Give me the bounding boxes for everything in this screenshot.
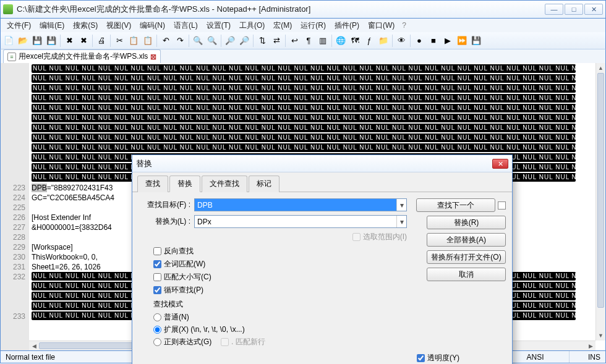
- scroll-left-arrow-icon[interactable]: ◀: [29, 341, 39, 350]
- minimize-button[interactable]: —: [545, 4, 563, 15]
- stop-macro-icon[interactable]: ■: [427, 34, 440, 48]
- dialog-tab-3[interactable]: 标记: [249, 176, 280, 192]
- print-icon[interactable]: 🖨: [95, 34, 108, 48]
- title-bar: C:\新建文件夹\用excel完成的文件批量命名-学WPS.xls - Note…: [0, 0, 606, 19]
- menu-item-2[interactable]: 搜索(S): [69, 19, 101, 32]
- file-tab[interactable]: ≡ 用excel完成的文件批量命名-学WPS.xls ⊠: [3, 49, 161, 63]
- file-tab-label: 用excel完成的文件批量命名-学WPS.xls: [19, 51, 148, 62]
- menu-item-7[interactable]: 工具(O): [236, 19, 268, 32]
- play-macro-icon[interactable]: ▶: [441, 34, 454, 48]
- status-mode: INS: [570, 351, 605, 363]
- menu-item-5[interactable]: 语言(L): [170, 19, 202, 32]
- close-all-icon[interactable]: ✖: [77, 34, 90, 48]
- dialog-title-bar[interactable]: 替换 ✕: [132, 155, 512, 172]
- scrollbar-thumb[interactable]: [39, 342, 138, 349]
- transparency-checkbox[interactable]: [417, 354, 425, 362]
- find-row: 查找目标(F) : ▾: [141, 198, 407, 211]
- toolbar: 📄📂💾💾✖✖🖨✂📋📋↶↷🔍🔍🔎🔎⇅⇄↩¶▥🌐🗺ƒ📁👁●■▶⏩💾: [0, 32, 606, 49]
- scroll-down-arrow-icon[interactable]: ▼: [596, 331, 605, 341]
- wrap-check[interactable]: 循环查找(P): [153, 285, 407, 295]
- func-list-icon[interactable]: ƒ: [362, 34, 376, 48]
- menu-item-4[interactable]: 编码(N): [136, 19, 169, 32]
- open-file-icon[interactable]: 📂: [16, 34, 30, 48]
- word-wrap-icon[interactable]: ↩: [288, 34, 301, 48]
- menu-help-icon[interactable]: ?: [402, 21, 406, 30]
- toolbar-separator: [253, 35, 254, 47]
- match-case-check[interactable]: 匹配大小写(C): [153, 272, 407, 282]
- dialog-tab-1[interactable]: 替换: [169, 176, 200, 192]
- cancel-button[interactable]: 取消: [427, 268, 506, 281]
- reverse-checkbox[interactable]: [153, 247, 161, 255]
- save-all-icon[interactable]: 💾: [45, 34, 58, 48]
- close-icon[interactable]: ✖: [62, 34, 76, 48]
- menu-item-1[interactable]: 编辑(E): [36, 19, 68, 32]
- replace-combo[interactable]: ▾: [194, 215, 407, 228]
- find-next-aux-checkbox[interactable]: [498, 201, 506, 210]
- monitor-icon[interactable]: 👁: [395, 34, 408, 48]
- mode-normal-radio[interactable]: 普通(N): [153, 312, 407, 323]
- sync-h-icon[interactable]: ⇄: [270, 34, 283, 48]
- replace-icon[interactable]: 🔍: [205, 34, 219, 48]
- whole-word-check[interactable]: 全词匹配(W): [153, 259, 407, 269]
- sync-v-icon[interactable]: ⇅: [255, 34, 269, 48]
- close-window-button[interactable]: ✕: [584, 4, 603, 15]
- cut-icon[interactable]: ✂: [113, 34, 126, 48]
- find-icon[interactable]: 🔍: [191, 34, 205, 48]
- menu-item-11[interactable]: 窗口(W): [364, 19, 398, 32]
- replace-in-open-button[interactable]: 替换所有打开文件(O): [427, 250, 506, 264]
- menu-item-0[interactable]: 文件(F): [3, 19, 35, 32]
- find-next-button[interactable]: 查找下一个: [416, 198, 495, 212]
- dialog-close-button[interactable]: ✕: [492, 159, 508, 169]
- scroll-right-arrow-icon[interactable]: ▶: [586, 341, 595, 350]
- indent-guide-icon[interactable]: ▥: [316, 34, 330, 48]
- menu-item-8[interactable]: 宏(M): [270, 19, 296, 32]
- find-combo[interactable]: ▾: [194, 198, 407, 211]
- in-selection-checkbox: [352, 233, 361, 241]
- vertical-scrollbar[interactable]: ▲ ▼: [595, 63, 605, 341]
- menu-item-9[interactable]: 运行(R): [297, 19, 330, 32]
- undo-icon[interactable]: ↶: [159, 34, 173, 48]
- menu-item-10[interactable]: 插件(P): [331, 19, 363, 32]
- scrollbar-thumb[interactable]: [597, 73, 604, 308]
- transparency-check[interactable]: 透明度(Y): [417, 353, 506, 363]
- paste-icon[interactable]: 📋: [141, 34, 155, 48]
- editor-area: 223224225226227228229230231232233 NUL NU…: [0, 63, 606, 351]
- dialog-title: 替换: [136, 158, 492, 169]
- record-macro-icon[interactable]: ●: [412, 34, 426, 48]
- in-selection-label: 选取范围内(I): [363, 232, 407, 242]
- zoom-in-icon[interactable]: 🔎: [223, 34, 237, 48]
- replace-input[interactable]: [195, 216, 396, 227]
- play-multi-icon[interactable]: ⏩: [455, 34, 469, 48]
- copy-icon[interactable]: 📋: [127, 34, 140, 48]
- wrap-checkbox[interactable]: [153, 286, 161, 294]
- replace-all-button[interactable]: 全部替换(A): [427, 233, 506, 247]
- whole-word-checkbox[interactable]: [153, 260, 161, 268]
- mode-extended-radio[interactable]: 扩展(X) (\n, \r, \t, \0, \x...): [153, 324, 407, 335]
- maximize-button[interactable]: □: [565, 4, 583, 15]
- doc-map-icon[interactable]: 🗺: [348, 34, 362, 48]
- reverse-check[interactable]: 反向查找: [153, 246, 407, 256]
- dropdown-icon[interactable]: ▾: [396, 216, 406, 227]
- zoom-out-icon[interactable]: 🔎: [237, 34, 251, 48]
- dialog-tab-2[interactable]: 文件查找: [202, 176, 247, 192]
- folder-icon[interactable]: 📁: [377, 34, 390, 48]
- save-macro-icon[interactable]: 💾: [469, 34, 483, 48]
- dialog-tab-0[interactable]: 查找: [137, 176, 168, 192]
- match-case-checkbox[interactable]: [153, 273, 161, 281]
- search-mode-label: 查找模式: [153, 299, 407, 310]
- scroll-up-arrow-icon[interactable]: ▲: [596, 63, 605, 73]
- menu-item-6[interactable]: 设置(T): [203, 19, 234, 32]
- show-all-chars-icon[interactable]: ¶: [302, 34, 315, 48]
- line-number-gutter: 223224225226227228229230231232233: [1, 63, 29, 350]
- redo-icon[interactable]: ↷: [173, 34, 187, 48]
- find-input[interactable]: [195, 199, 396, 211]
- mode-regex-radio[interactable]: 正则表达式(G) . 匹配新行: [153, 337, 407, 347]
- save-icon[interactable]: 💾: [30, 34, 44, 48]
- tab-close-button[interactable]: ⊠: [150, 53, 156, 61]
- replace-button[interactable]: 替换(R): [427, 216, 506, 229]
- new-file-icon[interactable]: 📄: [2, 34, 15, 48]
- toolbar-separator: [189, 35, 189, 47]
- lang-icon[interactable]: 🌐: [334, 34, 348, 48]
- dropdown-icon[interactable]: ▾: [396, 199, 406, 211]
- menu-item-3[interactable]: 视图(V): [103, 19, 135, 32]
